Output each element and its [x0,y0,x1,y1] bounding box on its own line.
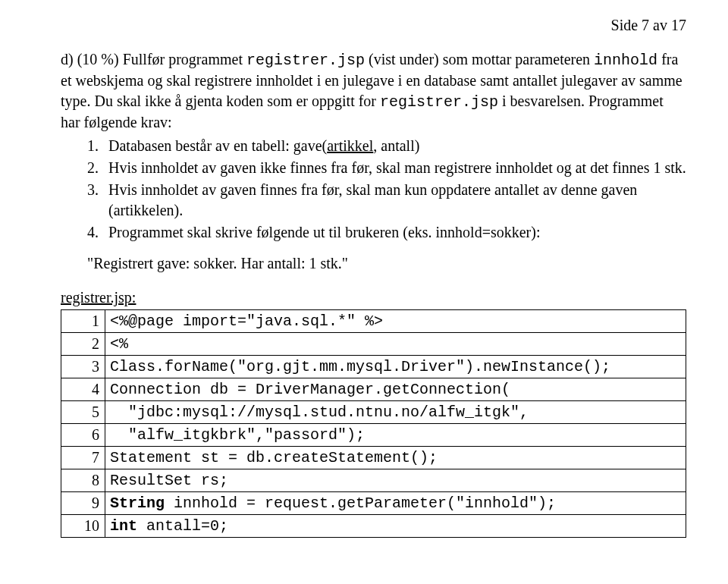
code-line: ResultSet rs; [105,469,686,492]
code-table: 1<%@page import="java.sql.*" %>2<%3Class… [61,309,686,538]
list-text: Databasen består av en tabell: gave(arti… [108,136,686,156]
intro-code-2: innhold [594,52,657,69]
code-line: <%@page import="java.sql.*" %> [105,310,686,333]
code-line: Connection db = DriverManager.getConnect… [105,378,686,401]
intro-code-3: registrer.jsp [380,93,498,111]
intro-seg-2: (vist under) som mottar parameteren [365,51,594,68]
table-row: 8ResultSet rs; [61,469,686,492]
code-line-number: 2 [61,333,105,356]
table-row: 4Connection db = DriverManager.getConnec… [61,378,686,401]
list-number: 2. [87,158,108,178]
code-line-number: 9 [61,492,105,515]
code-line-number: 3 [61,356,105,378]
code-line: "jdbc:mysql://mysql.stud.ntnu.no/alfw_it… [105,401,686,424]
table-row: 5 "jdbc:mysql://mysql.stud.ntnu.no/alfw_… [61,401,686,424]
code-line: String innhold = request.getParameter("i… [105,492,686,515]
requirements-list: 1. Databasen består av en tabell: gave(a… [61,136,686,243]
table-row: 7Statement st = db.createStatement(); [61,447,686,469]
table-row: 6 "alfw_itgkbrk","passord"); [61,424,686,447]
code-line: int antall=0; [105,515,686,538]
list-item: 1. Databasen består av en tabell: gave(a… [87,136,686,156]
table-row: 9String innhold = request.getParameter("… [61,492,686,515]
list-item: 4. Programmet skal skrive følgende ut ti… [87,222,686,243]
code-line: <% [105,333,686,356]
list-text: Hvis innholdet av gaven ikke finnes fra … [108,158,686,178]
code-line-number: 10 [61,515,105,538]
code-line: Class.forName("org.gjt.mm.mysql.Driver")… [105,356,686,378]
intro-code-1: registrer.jsp [246,52,365,69]
list-item: 3. Hvis innholdet av gaven finnes fra fø… [87,180,686,221]
table-row: 2<% [61,333,686,356]
code-line-number: 8 [61,469,105,492]
code-line-number: 6 [61,424,105,447]
list-text: Hvis innholdet av gaven finnes fra før, … [108,180,686,221]
list-text: Programmet skal skrive følgende ut til b… [108,222,686,243]
list-text-underline: artikkel [327,137,373,154]
list-number: 3. [87,180,108,221]
table-row: 1<%@page import="java.sql.*" %> [61,310,686,333]
code-line-number: 1 [61,310,105,333]
code-line: "alfw_itgkbrk","passord"); [105,424,686,447]
intro-seg-1: d) (10 %) Fullfør programmet [61,51,246,68]
list-number: 4. [87,222,108,243]
code-line-number: 5 [61,401,105,424]
problem-intro: d) (10 %) Fullfør programmet registrer.j… [61,49,686,133]
list-text-pre: Databasen består av en tabell: gave( [108,137,327,154]
list-text-post: , antall) [373,137,419,154]
example-output-quote: "Registrert gave: sokker. Har antall: 1 … [87,253,686,274]
page-number: Side 7 av 17 [61,15,686,36]
table-row: 3Class.forName("org.gjt.mm.mysql.Driver"… [61,356,686,378]
code-line-number: 4 [61,378,105,401]
list-number: 1. [87,136,108,156]
code-line-number: 7 [61,447,105,469]
table-row: 10int antall=0; [61,515,686,538]
code-line: Statement st = db.createStatement(); [105,447,686,469]
code-block-title: registrer.jsp: [61,287,686,308]
list-item: 2. Hvis innholdet av gaven ikke finnes f… [87,158,686,178]
